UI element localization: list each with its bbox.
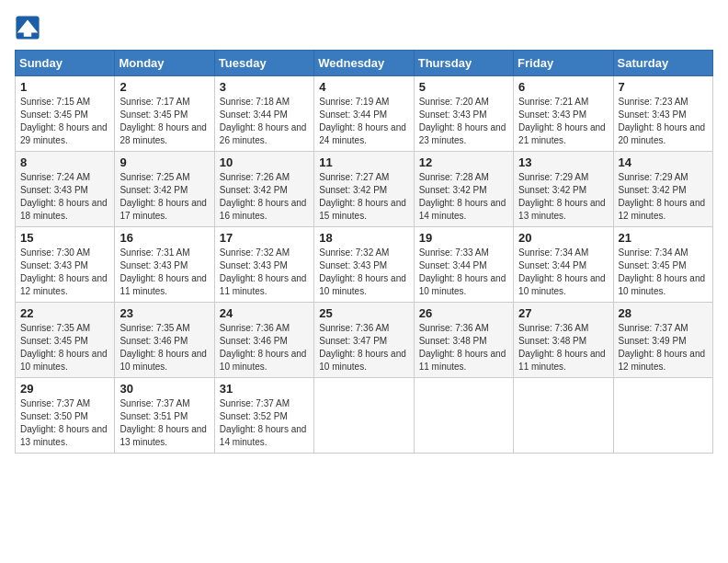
day-number: 14	[619, 155, 708, 169]
calendar-day-cell: 17Sunrise: 7:32 AMSunset: 3:43 PMDayligh…	[214, 227, 313, 303]
calendar-week-row: 15Sunrise: 7:30 AMSunset: 3:43 PMDayligh…	[16, 227, 713, 303]
calendar-day-cell: 10Sunrise: 7:26 AMSunset: 3:42 PMDayligh…	[214, 152, 313, 227]
day-number: 27	[518, 306, 608, 320]
day-number: 10	[220, 155, 309, 169]
day-info: Sunrise: 7:37 AMSunset: 3:49 PMDaylight:…	[619, 322, 708, 373]
calendar-table: SundayMondayTuesdayWednesdayThursdayFrid…	[15, 50, 713, 454]
day-of-week-header: Monday	[115, 51, 214, 76]
day-info: Sunrise: 7:37 AMSunset: 3:51 PMDaylight:…	[119, 397, 209, 449]
day-number: 30	[119, 382, 209, 396]
calendar-day-cell: 14Sunrise: 7:29 AMSunset: 3:42 PMDayligh…	[613, 152, 712, 227]
day-info: Sunrise: 7:36 AMSunset: 3:48 PMDaylight:…	[419, 322, 508, 373]
day-info: Sunrise: 7:15 AMSunset: 3:45 PMDaylight:…	[20, 96, 109, 147]
day-number: 22	[20, 306, 109, 320]
day-info: Sunrise: 7:21 AMSunset: 3:43 PMDaylight:…	[518, 96, 608, 147]
day-info: Sunrise: 7:32 AMSunset: 3:43 PMDaylight:…	[220, 247, 309, 298]
day-of-week-header: Wednesday	[314, 51, 414, 76]
day-number: 25	[319, 306, 408, 320]
day-info: Sunrise: 7:33 AMSunset: 3:44 PMDaylight:…	[419, 247, 508, 298]
calendar-day-cell: 7Sunrise: 7:23 AMSunset: 3:43 PMDaylight…	[613, 76, 712, 152]
calendar-day-cell: 6Sunrise: 7:21 AMSunset: 3:43 PMDaylight…	[514, 76, 613, 152]
day-of-week-header: Saturday	[613, 51, 712, 76]
day-number: 12	[419, 155, 508, 169]
day-number: 2	[119, 80, 209, 94]
calendar-day-cell: 30Sunrise: 7:37 AMSunset: 3:51 PMDayligh…	[115, 378, 214, 454]
calendar-day-cell: 21Sunrise: 7:34 AMSunset: 3:45 PMDayligh…	[613, 227, 712, 303]
day-info: Sunrise: 7:19 AMSunset: 3:44 PMDaylight:…	[319, 96, 408, 147]
calendar-day-cell: 19Sunrise: 7:33 AMSunset: 3:44 PMDayligh…	[414, 227, 513, 303]
day-of-week-header: Sunday	[16, 51, 115, 76]
calendar-day-cell: 26Sunrise: 7:36 AMSunset: 3:48 PMDayligh…	[414, 303, 513, 378]
svg-rect-2	[24, 29, 31, 36]
day-info: Sunrise: 7:35 AMSunset: 3:45 PMDaylight:…	[20, 322, 109, 373]
day-info: Sunrise: 7:32 AMSunset: 3:43 PMDaylight:…	[319, 247, 408, 298]
calendar-week-row: 8Sunrise: 7:24 AMSunset: 3:43 PMDaylight…	[16, 152, 713, 227]
day-info: Sunrise: 7:36 AMSunset: 3:48 PMDaylight:…	[518, 322, 608, 373]
calendar-week-row: 22Sunrise: 7:35 AMSunset: 3:45 PMDayligh…	[16, 303, 713, 378]
day-number: 28	[619, 306, 708, 320]
day-info: Sunrise: 7:28 AMSunset: 3:42 PMDaylight:…	[419, 171, 508, 223]
day-number: 19	[419, 231, 508, 245]
day-number: 7	[619, 80, 708, 94]
calendar-day-cell	[414, 378, 513, 454]
day-info: Sunrise: 7:30 AMSunset: 3:43 PMDaylight:…	[20, 247, 109, 298]
day-info: Sunrise: 7:35 AMSunset: 3:46 PMDaylight:…	[119, 322, 209, 373]
day-number: 29	[20, 382, 109, 396]
calendar-day-cell: 25Sunrise: 7:36 AMSunset: 3:47 PMDayligh…	[314, 303, 414, 378]
calendar-day-cell: 11Sunrise: 7:27 AMSunset: 3:42 PMDayligh…	[314, 152, 414, 227]
calendar-day-cell	[514, 378, 613, 454]
calendar-week-row: 29Sunrise: 7:37 AMSunset: 3:50 PMDayligh…	[16, 378, 713, 454]
day-info: Sunrise: 7:27 AMSunset: 3:42 PMDaylight:…	[319, 171, 408, 223]
day-number: 23	[119, 306, 209, 320]
day-number: 6	[518, 80, 608, 94]
day-info: Sunrise: 7:29 AMSunset: 3:42 PMDaylight:…	[518, 171, 608, 223]
day-info: Sunrise: 7:36 AMSunset: 3:46 PMDaylight:…	[220, 322, 309, 373]
calendar-day-cell: 5Sunrise: 7:20 AMSunset: 3:43 PMDaylight…	[414, 76, 513, 152]
calendar-day-cell: 12Sunrise: 7:28 AMSunset: 3:42 PMDayligh…	[414, 152, 513, 227]
page-header	[15, 15, 713, 40]
day-info: Sunrise: 7:26 AMSunset: 3:42 PMDaylight:…	[220, 171, 309, 223]
calendar-day-cell: 3Sunrise: 7:18 AMSunset: 3:44 PMDaylight…	[214, 76, 313, 152]
day-number: 20	[518, 231, 608, 245]
day-number: 8	[20, 155, 109, 169]
day-info: Sunrise: 7:34 AMSunset: 3:45 PMDaylight:…	[619, 247, 708, 298]
calendar-day-cell: 2Sunrise: 7:17 AMSunset: 3:45 PMDaylight…	[115, 76, 214, 152]
day-info: Sunrise: 7:34 AMSunset: 3:44 PMDaylight:…	[518, 247, 608, 298]
day-number: 17	[220, 231, 309, 245]
logo	[15, 15, 44, 40]
day-number: 3	[220, 80, 309, 94]
calendar-day-cell: 20Sunrise: 7:34 AMSunset: 3:44 PMDayligh…	[514, 227, 613, 303]
calendar-header-row: SundayMondayTuesdayWednesdayThursdayFrid…	[16, 51, 713, 76]
calendar-day-cell: 8Sunrise: 7:24 AMSunset: 3:43 PMDaylight…	[16, 152, 115, 227]
calendar-day-cell: 4Sunrise: 7:19 AMSunset: 3:44 PMDaylight…	[314, 76, 414, 152]
day-number: 15	[20, 231, 109, 245]
day-info: Sunrise: 7:37 AMSunset: 3:52 PMDaylight:…	[220, 397, 309, 449]
day-info: Sunrise: 7:20 AMSunset: 3:43 PMDaylight:…	[419, 96, 508, 147]
day-number: 26	[419, 306, 508, 320]
calendar-day-cell	[613, 378, 712, 454]
day-number: 31	[220, 382, 309, 396]
day-info: Sunrise: 7:36 AMSunset: 3:47 PMDaylight:…	[319, 322, 408, 373]
day-number: 21	[619, 231, 708, 245]
day-info: Sunrise: 7:25 AMSunset: 3:42 PMDaylight:…	[119, 171, 209, 223]
calendar-week-row: 1Sunrise: 7:15 AMSunset: 3:45 PMDaylight…	[16, 76, 713, 152]
calendar-day-cell: 24Sunrise: 7:36 AMSunset: 3:46 PMDayligh…	[214, 303, 313, 378]
calendar-day-cell: 9Sunrise: 7:25 AMSunset: 3:42 PMDaylight…	[115, 152, 214, 227]
calendar-day-cell: 16Sunrise: 7:31 AMSunset: 3:43 PMDayligh…	[115, 227, 214, 303]
day-number: 18	[319, 231, 408, 245]
day-info: Sunrise: 7:31 AMSunset: 3:43 PMDaylight:…	[119, 247, 209, 298]
calendar-day-cell: 27Sunrise: 7:36 AMSunset: 3:48 PMDayligh…	[514, 303, 613, 378]
calendar-day-cell: 13Sunrise: 7:29 AMSunset: 3:42 PMDayligh…	[514, 152, 613, 227]
day-of-week-header: Tuesday	[214, 51, 313, 76]
day-info: Sunrise: 7:17 AMSunset: 3:45 PMDaylight:…	[119, 96, 209, 147]
calendar-day-cell: 1Sunrise: 7:15 AMSunset: 3:45 PMDaylight…	[16, 76, 115, 152]
day-number: 11	[319, 155, 408, 169]
logo-icon	[15, 15, 40, 40]
day-of-week-header: Friday	[514, 51, 613, 76]
calendar-day-cell: 31Sunrise: 7:37 AMSunset: 3:52 PMDayligh…	[214, 378, 313, 454]
calendar-day-cell: 22Sunrise: 7:35 AMSunset: 3:45 PMDayligh…	[16, 303, 115, 378]
calendar-day-cell: 15Sunrise: 7:30 AMSunset: 3:43 PMDayligh…	[16, 227, 115, 303]
day-number: 9	[119, 155, 209, 169]
day-of-week-header: Thursday	[414, 51, 513, 76]
day-number: 16	[119, 231, 209, 245]
